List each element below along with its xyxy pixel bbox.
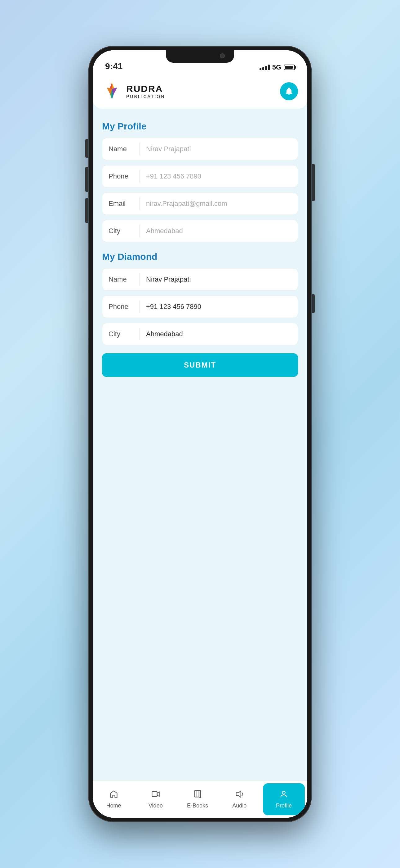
diamond-name-label: Name bbox=[108, 275, 139, 283]
diamond-phone-label: Phone bbox=[108, 303, 139, 311]
my-diamond-section: My Diamond Name Nirav Prajapati Phone +9… bbox=[102, 251, 298, 377]
submit-button[interactable]: SUBMIT bbox=[102, 353, 298, 377]
bottom-nav: Home Video bbox=[93, 780, 307, 818]
diamond-name-field[interactable]: Name Nirav Prajapati bbox=[102, 268, 298, 290]
divider bbox=[139, 273, 140, 286]
my-profile-title: My Profile bbox=[102, 121, 298, 132]
profile-email-value: nirav.Prajapati@gmail.com bbox=[146, 199, 292, 208]
profile-city-label: City bbox=[108, 227, 139, 235]
battery-icon bbox=[284, 65, 295, 70]
profile-city-value: Ahmedabad bbox=[146, 227, 292, 235]
divider bbox=[139, 301, 140, 313]
nav-label-ebooks: E-Books bbox=[187, 803, 208, 809]
diamond-name-value: Nirav Prajapati bbox=[146, 275, 292, 283]
nav-label-video: Video bbox=[148, 803, 163, 809]
profile-city-field[interactable]: City Ahmedabad bbox=[102, 220, 298, 242]
nav-item-audio[interactable]: Audio bbox=[219, 781, 261, 818]
phone-frame: 9:41 5G bbox=[88, 46, 312, 822]
signal-icon bbox=[260, 65, 270, 70]
divider bbox=[139, 143, 140, 155]
profile-phone-value: +91 123 456 7890 bbox=[146, 172, 292, 180]
ebooks-icon bbox=[193, 790, 202, 801]
diamond-city-value: Ahmedabad bbox=[146, 330, 292, 338]
logo-icon bbox=[102, 81, 122, 101]
diamond-city-field[interactable]: City Ahmedabad bbox=[102, 323, 298, 345]
video-icon bbox=[151, 790, 160, 801]
divider bbox=[139, 197, 140, 210]
nav-item-ebooks[interactable]: E-Books bbox=[176, 781, 218, 818]
nav-label-profile: Profile bbox=[276, 803, 292, 809]
logo-text: RUDRA PUBLICATION bbox=[126, 84, 165, 99]
side-button-2 bbox=[312, 294, 315, 313]
camera bbox=[220, 53, 225, 58]
nav-item-home[interactable]: Home bbox=[93, 781, 135, 818]
svg-rect-6 bbox=[152, 791, 157, 796]
status-bar: 9:41 5G bbox=[93, 50, 307, 75]
volume-mute-button[interactable] bbox=[85, 139, 88, 158]
volume-down-button[interactable] bbox=[85, 198, 88, 223]
logo-title: RUDRA bbox=[126, 84, 165, 94]
profile-name-field[interactable]: Name Nirav Prajapati bbox=[102, 138, 298, 160]
diamond-phone-value: +91 123 456 7890 bbox=[146, 303, 292, 311]
profile-phone-label: Phone bbox=[108, 172, 139, 180]
svg-point-9 bbox=[282, 791, 285, 794]
divider bbox=[139, 170, 140, 183]
nav-label-audio: Audio bbox=[232, 803, 246, 809]
home-icon bbox=[109, 790, 118, 801]
svg-marker-8 bbox=[236, 791, 241, 797]
svg-rect-7 bbox=[195, 790, 199, 797]
logo-area: RUDRA PUBLICATION bbox=[102, 81, 165, 101]
profile-name-label: Name bbox=[108, 145, 139, 153]
diamond-city-label: City bbox=[108, 330, 139, 338]
profile-email-field[interactable]: Email nirav.Prajapati@gmail.com bbox=[102, 192, 298, 215]
nav-item-video[interactable]: Video bbox=[135, 781, 176, 818]
bell-button[interactable] bbox=[280, 82, 298, 100]
profile-name-value: Nirav Prajapati bbox=[146, 145, 292, 153]
divider bbox=[139, 225, 140, 237]
logo-subtitle: PUBLICATION bbox=[126, 94, 165, 99]
volume-up-button[interactable] bbox=[85, 167, 88, 192]
bell-icon bbox=[285, 87, 293, 96]
status-time: 9:41 bbox=[105, 61, 123, 71]
my-profile-section: My Profile Name Nirav Prajapati Phone +9… bbox=[102, 121, 298, 242]
power-button[interactable] bbox=[312, 164, 315, 201]
status-icons: 5G bbox=[260, 63, 295, 71]
content-area: My Profile Name Nirav Prajapati Phone +9… bbox=[93, 108, 307, 780]
my-diamond-title: My Diamond bbox=[102, 251, 298, 262]
phone-screen: 9:41 5G bbox=[93, 50, 307, 818]
diamond-phone-field[interactable]: Phone +91 123 456 7890 bbox=[102, 296, 298, 318]
profile-icon bbox=[279, 790, 288, 801]
network-type: 5G bbox=[272, 63, 281, 71]
app-header: RUDRA PUBLICATION bbox=[93, 75, 307, 108]
divider bbox=[139, 328, 140, 340]
nav-label-home: Home bbox=[106, 803, 121, 809]
battery-fill bbox=[285, 66, 293, 69]
notch bbox=[166, 50, 234, 63]
profile-email-label: Email bbox=[108, 199, 139, 208]
profile-phone-field[interactable]: Phone +91 123 456 7890 bbox=[102, 165, 298, 187]
nav-item-profile[interactable]: Profile bbox=[263, 783, 305, 815]
audio-icon bbox=[235, 790, 244, 801]
